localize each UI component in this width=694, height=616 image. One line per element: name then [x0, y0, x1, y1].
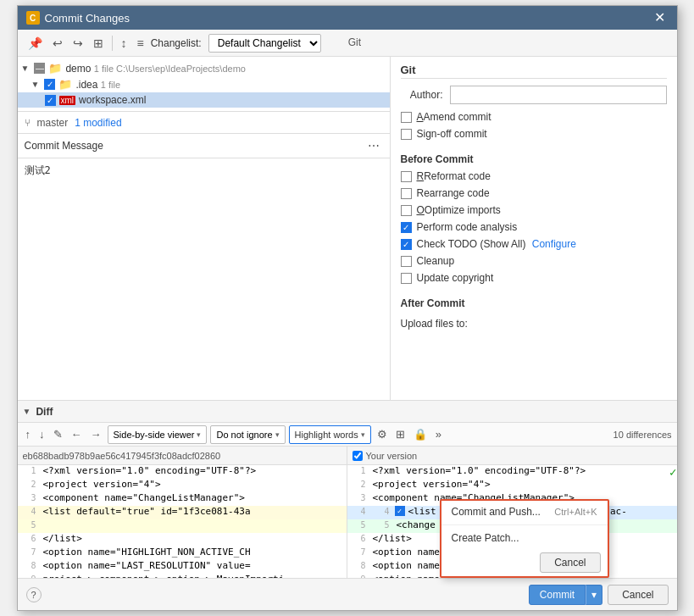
signoff-commit-label: Sign-off commit — [417, 128, 487, 140]
branch-name: master — [37, 117, 69, 129]
pin-button[interactable]: 📌 — [25, 35, 46, 52]
redo-button[interactable]: ↪ — [69, 35, 86, 52]
checkbox-workspace[interactable]: ✓ — [45, 95, 56, 106]
optimize-imports-checkbox[interactable] — [401, 205, 412, 216]
diff-edit-button[interactable]: ✎ — [51, 427, 65, 441]
line-num: 1 — [347, 465, 371, 475]
line-num: 3 — [347, 492, 371, 502]
line-content: </list> — [42, 533, 347, 544]
diff-up-button[interactable]: ↑ — [23, 427, 34, 441]
amend-commit-label: AAmend commit — [417, 111, 491, 123]
filter-button[interactable]: ≡ — [134, 35, 147, 52]
tree-item-demo[interactable]: ▼ — 📁 demo 1 file C:\Users\ep\IdeaProjec… — [18, 60, 390, 76]
commit-changes-dialog: C Commit Changes ✕ 📌 ↩ ↪ ⊞ ↕ ≡ Changelis… — [17, 5, 678, 611]
undo-button[interactable]: ↩ — [49, 35, 66, 52]
context-cancel-row: Cancel — [441, 549, 608, 576]
tree-item-workspace[interactable]: ✓ xml workspace.xml — [18, 92, 390, 108]
update-copyright-checkbox[interactable] — [401, 273, 412, 284]
tree-label-demo: demo 1 file C:\Users\ep\IdeaProjects\dem… — [65, 63, 246, 75]
highlight-label: Highlight words — [295, 430, 358, 440]
close-button[interactable]: ✕ — [651, 11, 669, 25]
rearrange-code-label: Rearrange code — [417, 187, 490, 199]
viewer-arrow: ▾ — [197, 430, 201, 439]
diff-left-line-4: 4 <list default="true" id="1f3ce081-43a — [18, 506, 347, 519]
diff-forward-button[interactable]: → — [88, 427, 104, 441]
line-num: 8 — [18, 560, 42, 570]
tree-item-idea[interactable]: ▼ ✓ 📁 .idea 1 file — [18, 76, 390, 92]
diff-left-line-8: 8 <option name="LAST_RESOLUTION" value= — [18, 560, 347, 574]
line-num: 5 — [347, 519, 371, 530]
check-todo-label: Check TODO (Show All) Configure — [417, 238, 576, 250]
commit-main-button[interactable]: Commit — [529, 585, 586, 605]
create-patch-item[interactable]: Create Patch... — [441, 527, 608, 549]
expand-icon-demo: ▼ — [21, 64, 30, 73]
commit-dropdown-button[interactable]: ▾ — [586, 585, 602, 605]
diff-settings-button[interactable]: ⚙ — [375, 427, 390, 441]
highlight-arrow: ▾ — [361, 430, 365, 439]
cleanup-label: Cleanup — [417, 255, 455, 267]
help-button[interactable]: ? — [26, 587, 42, 602]
commit-message-menu-button[interactable]: ⋯ — [364, 137, 383, 154]
git-section-title: Git — [401, 64, 667, 79]
check-todo-checkbox[interactable]: ✓ — [401, 239, 412, 250]
line-num: 5 — [18, 519, 42, 530]
line-checkbox[interactable]: ✓ — [395, 506, 405, 516]
amend-commit-checkbox[interactable] — [401, 112, 412, 123]
diff-back-button[interactable]: ← — [69, 427, 85, 441]
configure-link[interactable]: Configure — [532, 238, 576, 250]
cleanup-checkbox[interactable] — [401, 256, 412, 267]
modified-badge[interactable]: 1 modified — [75, 117, 121, 129]
create-patch-label: Create Patch... — [452, 532, 519, 544]
signoff-commit-row: Sign-off commit — [401, 128, 667, 140]
tree-label-idea: .idea 1 file — [75, 79, 120, 91]
author-label: Author: — [401, 89, 443, 101]
rearrange-code-checkbox[interactable] — [401, 188, 412, 199]
diff-left-line-6: 6 </list> — [18, 533, 347, 547]
changelist-select[interactable]: Default Changelist — [208, 34, 321, 53]
commit-button-group: Commit ▾ — [529, 585, 602, 605]
commit-message-header: Commit Message ⋯ — [18, 134, 390, 158]
update-copyright-row: Update copyright — [401, 272, 667, 284]
commit-message-section: Commit Message ⋯ 测试2 — [18, 134, 390, 400]
cleanup-row: Cleanup — [401, 255, 667, 267]
commit-and-push-label: Commit and Push... — [452, 506, 541, 518]
diff-more-button[interactable]: » — [433, 427, 444, 441]
line-content: <project version="4"> — [42, 479, 347, 490]
diff-left-code[interactable]: 1 <?xml version="1.0" encoding="UTF-8"?>… — [18, 465, 347, 578]
sort-button[interactable]: ↕ — [118, 35, 130, 52]
diff-down-button[interactable]: ↓ — [36, 427, 47, 441]
line-num: 7 — [347, 547, 371, 557]
reformat-code-checkbox[interactable] — [401, 171, 412, 182]
diff-left-line-2: 2 <project version="4"> — [18, 479, 347, 492]
line-content: <list default="true" id="1f3ce081-43a — [42, 506, 347, 517]
diff-left-line-3: 3 <component name="ChangeListManager"> — [18, 492, 347, 506]
perform-code-analysis-checkbox[interactable]: ✓ — [401, 222, 412, 233]
commit-and-push-shortcut: Ctrl+Alt+K — [554, 507, 597, 517]
checkbox-demo[interactable]: — — [34, 63, 45, 74]
git-tab[interactable]: Git — [341, 35, 368, 52]
line-num: 1 — [18, 465, 42, 475]
context-cancel-button[interactable]: Cancel — [540, 552, 600, 573]
author-input[interactable] — [450, 86, 667, 104]
rearrange-code-row: Rearrange code — [401, 187, 667, 199]
line-num: 2 — [347, 479, 371, 489]
viewer-dropdown[interactable]: Side-by-side viewer ▾ — [108, 425, 208, 444]
update-copyright-label: Update copyright — [417, 272, 494, 284]
cancel-button[interactable]: Cancel — [608, 585, 668, 605]
diff-lock-button[interactable]: 🔒 — [411, 427, 430, 441]
diff-right-checkbox[interactable] — [353, 451, 363, 461]
highlight-words-button[interactable]: Highlight words ▾ — [289, 425, 371, 444]
commit-message-label: Commit Message — [25, 140, 103, 152]
diff-left-line-7: 7 <option name="HIGHLIGHT_NON_ACTIVE_CH — [18, 547, 347, 560]
ignore-dropdown[interactable]: Do not ignore ▾ — [210, 425, 285, 444]
commit-message-input[interactable]: 测试2 — [18, 158, 390, 400]
file-tree: ▼ — 📁 demo 1 file C:\Users\ep\IdeaProjec… — [18, 57, 390, 112]
commit-and-push-item[interactable]: Commit and Push... Ctrl+Alt+K — [441, 501, 608, 523]
app-icon: C — [26, 11, 40, 25]
group-button[interactable]: ⊞ — [90, 35, 107, 52]
check-todo-row: ✓ Check TODO (Show All) Configure — [401, 238, 667, 250]
signoff-commit-checkbox[interactable] — [401, 129, 412, 140]
diff-columns-button[interactable]: ⊞ — [393, 427, 408, 441]
checkbox-idea[interactable]: ✓ — [44, 79, 55, 90]
perform-code-analysis-row: ✓ Perform code analysis — [401, 221, 667, 233]
